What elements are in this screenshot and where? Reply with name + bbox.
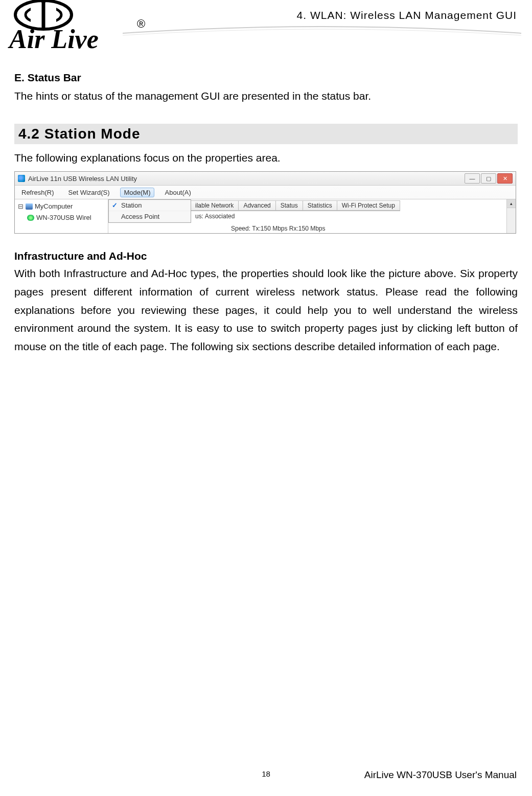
app-screenshot: AirLive 11n USB Wireless LAN Utility — ▢… (14, 171, 516, 234)
tree-child-label: WN-370USB Wirel (36, 213, 91, 223)
menu-mode[interactable]: Mode(M) (120, 188, 154, 197)
section-e-body: The hints or status of the management GU… (14, 87, 518, 105)
tab-status[interactable]: Status (276, 200, 303, 211)
page-footer: 18 AirLive WN-370USB User's Manual (0, 769, 532, 781)
minimize-button[interactable]: — (465, 173, 480, 184)
dropdown-item-station[interactable]: ✓ Station (109, 200, 191, 211)
menu-setwizard[interactable]: Set Wizard(S) (65, 188, 113, 197)
window-titlebar: AirLive 11n USB Wireless LAN Utility — ▢… (15, 172, 516, 186)
tab-advanced[interactable]: Advanced (239, 200, 275, 211)
tab-available-network[interactable]: ilable Network (190, 200, 239, 211)
tree-child[interactable]: WN-370USB Wirel (27, 213, 105, 223)
chapter-title: 4. WLAN: Wireless LAN Management GUI (297, 9, 517, 21)
page-number: 18 (262, 769, 270, 778)
section-infrastructure-heading: Infrastructure and Ad-Hoc (14, 250, 518, 262)
menu-bar: Refresh(R) Set Wizard(S) Mode(M) About(A… (15, 186, 516, 199)
svg-point-4 (40, 0, 47, 3)
window-app-icon (18, 175, 25, 182)
device-tree-sidebar: ⊟ MyComputer WN-370USB Wirel (15, 199, 108, 233)
tab-wifi-protect[interactable]: Wi-Fi Protect Setup (337, 200, 400, 211)
window-title: AirLive 11n USB Wireless LAN Utility (28, 175, 465, 183)
tree-root-label: MyComputer (35, 201, 73, 212)
tab-statistics[interactable]: Statistics (303, 200, 337, 211)
page-header: Air Live ® 4. WLAN: Wireless LAN Managem… (0, 0, 532, 56)
manual-name: AirLive WN-370USB User's Manual (364, 769, 517, 781)
close-button[interactable]: ✕ (497, 173, 513, 184)
dropdown-station-label: Station (121, 201, 142, 209)
dropdown-item-accesspoint[interactable]: Access Point (109, 211, 191, 222)
tree-root[interactable]: ⊟ MyComputer (18, 201, 105, 212)
property-tabs: ilable Network Advanced Status Statistic… (190, 200, 400, 211)
menu-about[interactable]: About(A) (161, 188, 195, 197)
scroll-up-button[interactable]: ▴ (507, 199, 516, 208)
section-4-2-intro: The following explanations focus on the … (14, 149, 518, 167)
svg-text:Air Live: Air Live (8, 25, 99, 53)
header-divider-swoosh (123, 23, 521, 38)
properties-panel: ✓ Station Access Point ilable Network Ad… (108, 199, 516, 233)
menu-refresh[interactable]: Refresh(R) (18, 188, 58, 197)
maximize-button[interactable]: ▢ (481, 173, 496, 184)
scrollbar[interactable]: ▴ (506, 199, 516, 233)
section-4-2-heading: 4.2 Station Mode (14, 124, 518, 144)
wireless-device-icon (27, 215, 34, 221)
dropdown-ap-label: Access Point (121, 213, 159, 220)
mode-dropdown: ✓ Station Access Point (108, 199, 191, 223)
check-icon: ✓ (112, 201, 118, 209)
section-e-heading: E. Status Bar (14, 72, 518, 84)
speed-label: Speed: Tx:150 Mbps Rx:150 Mbps (231, 225, 326, 232)
section-infrastructure-body: With both Infrastructure and Ad-Hoc type… (14, 264, 518, 355)
status-associated-label: us: Associated (195, 213, 235, 220)
computer-icon (26, 203, 33, 210)
